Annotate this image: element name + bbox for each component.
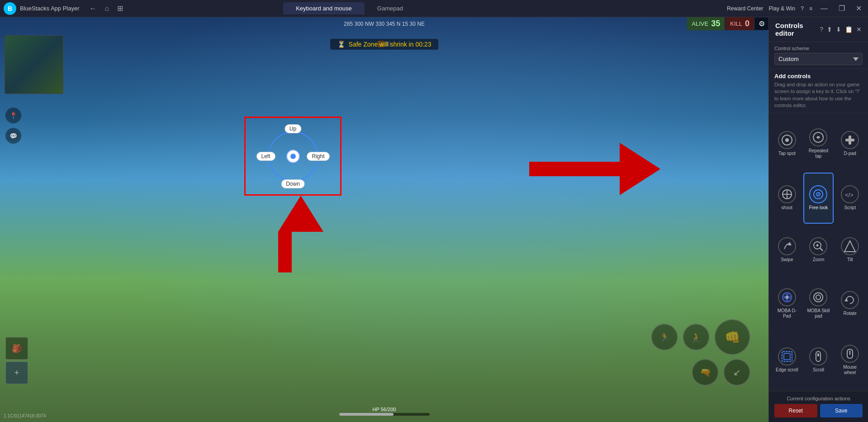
control-item-d-pad[interactable]: D-pad — [835, 116, 865, 172]
play-win-link[interactable]: Play & Win — [769, 5, 796, 12]
dpad-inner: Up Down Left Right — [246, 118, 340, 194]
help-icon[interactable]: ? — [801, 5, 804, 12]
hud-stats: ALIVE 35 KILL 0 ⚙ — [687, 17, 768, 30]
panel-title: Controls editor — [775, 22, 820, 37]
control-item-tilt[interactable]: Tilt — [835, 225, 865, 275]
control-label-swipe: Swipe — [781, 257, 793, 263]
control-icon-shoot — [778, 185, 796, 203]
panel-download-button[interactable]: ⬇ — [836, 26, 841, 33]
control-label-tilt: Tilt — [847, 257, 853, 263]
control-item-zoom[interactable]: Zoom — [803, 225, 834, 275]
svg-rect-28 — [817, 353, 819, 356]
app-container: B BlueStacks App Player ← ⌂ ⊞ Keyboard a… — [0, 0, 868, 422]
location-icon: 📍 — [5, 108, 21, 123]
skill-btn-run[interactable]: 🏃 — [651, 324, 678, 351]
control-label-script: Script — [844, 205, 856, 211]
control-item-mouse-wheel[interactable]: Mouse wheel — [835, 333, 865, 388]
arrow-right-body — [529, 162, 620, 176]
app-logo: B — [4, 2, 16, 15]
control-label-zoom: Zoom — [813, 257, 825, 263]
control-icon-script: </> — [841, 185, 859, 203]
control-item-shoot[interactable]: shoot — [772, 173, 802, 224]
nav-buttons: ← ⌂ ⊞ — [87, 3, 126, 14]
nav-grid-button[interactable]: ⊞ — [114, 3, 126, 14]
add-controls-desc: Drag and drop an action on your game scr… — [774, 81, 863, 109]
restore-button[interactable]: ❐ — [836, 3, 848, 14]
control-item-repeated-tap[interactable]: Repeated tap — [803, 116, 834, 172]
inventory-area: 🎒 + — [5, 337, 28, 386]
close-button[interactable]: ✕ — [853, 3, 864, 14]
skill-btn-aim[interactable]: 🔫 — [692, 359, 719, 386]
control-icon-mouse-wheel — [841, 345, 859, 363]
panel-copy-button[interactable]: 📋 — [845, 26, 853, 33]
control-item-rotate[interactable]: Rotate — [835, 276, 865, 332]
health-fill — [339, 413, 394, 416]
skill-buttons: 🏃 🧎 👊 🔫 ↙ — [651, 319, 750, 386]
dpad-right-label[interactable]: Right — [307, 152, 329, 161]
kill-stat: KILL 0 — [726, 17, 754, 30]
svg-point-1 — [785, 138, 789, 142]
nav-back-button[interactable]: ← — [87, 4, 100, 14]
control-item-scroll[interactable]: Scroll — [803, 333, 834, 388]
control-icon-d-pad — [841, 131, 859, 149]
reward-center-link[interactable]: Reward Center — [727, 5, 764, 12]
reset-button[interactable]: Reset — [774, 404, 817, 417]
control-item-free-look[interactable]: Free look — [803, 173, 834, 224]
minimap — [5, 35, 63, 94]
control-item-swipe[interactable]: Swipe — [772, 225, 802, 275]
minimap-inner — [5, 36, 63, 94]
dpad-left-label[interactable]: Left — [256, 152, 275, 161]
control-item-moba-d-pad[interactable]: MOBA D-Pad — [772, 276, 802, 332]
skill-btn-prone[interactable]: ↙ — [723, 359, 750, 386]
control-icon-edge-scroll — [778, 347, 796, 366]
svg-point-10 — [818, 194, 819, 195]
control-item-edge-scroll[interactable]: Edge scroll — [772, 333, 802, 388]
svg-text:</>: </> — [845, 192, 854, 198]
menu-icon[interactable]: ≡ — [809, 5, 812, 12]
panel-close-button[interactable]: ✕ — [856, 26, 862, 33]
compass: 285 300 NW 330 345 N 15 30 NE — [344, 21, 425, 27]
dpad-circle: Up Down Left Right — [268, 131, 318, 181]
control-scheme-section: Control scheme Custom — [769, 42, 868, 69]
save-button[interactable]: Save — [820, 404, 863, 417]
control-icon-moba-d-pad — [778, 288, 796, 306]
control-icon-rotate — [841, 291, 859, 309]
control-item-script[interactable]: </>Script — [835, 173, 865, 224]
control-icon-free-look — [809, 185, 827, 203]
control-icon-repeated-tap — [809, 128, 827, 146]
dpad-center — [286, 150, 300, 163]
control-item-moba-skill-pad[interactable]: MOBA Skill pad — [803, 276, 834, 332]
safe-zone-text: Safe Zone will shrink in 00:23 — [349, 41, 432, 48]
control-item-tap-spot[interactable]: Tap spot — [772, 116, 802, 172]
footer-label: Current configuration actions — [774, 396, 863, 401]
nav-home-button[interactable]: ⌂ — [102, 4, 112, 14]
skill-row-1: 🏃 🧎 👊 — [651, 319, 750, 355]
control-label-moba-d-pad: MOBA D-Pad — [774, 308, 800, 319]
svg-rect-4 — [845, 139, 854, 141]
hud-settings-button[interactable]: ⚙ — [755, 18, 768, 30]
alive-count: 35 — [711, 19, 720, 28]
inventory-slot-1[interactable]: 🎒 — [5, 337, 28, 360]
svg-point-23 — [816, 295, 821, 300]
svg-point-22 — [814, 293, 823, 302]
location-text: 1.1C/01147418.0074 — [4, 413, 46, 418]
skill-btn-shoot[interactable]: 👊 — [714, 319, 750, 355]
chat-icon: 💬 — [5, 128, 21, 144]
tab-gamepad[interactable]: Gamepad — [365, 2, 416, 14]
controls-panel: Controls editor ? ⬆ ⬇ 📋 ✕ Control scheme… — [768, 17, 868, 422]
add-controls-section: Add controls Drag and drop an action on … — [769, 69, 868, 113]
dpad-down-label[interactable]: Down — [281, 179, 305, 188]
panel-help-button[interactable]: ? — [820, 26, 823, 33]
control-icon-tap-spot — [778, 131, 796, 149]
health-text: HP 56/200 — [373, 407, 396, 412]
panel-upload-button[interactable]: ⬆ — [827, 26, 832, 33]
inventory-slot-2[interactable]: + — [5, 361, 28, 384]
skill-btn-crouch[interactable]: 🧎 — [683, 324, 710, 351]
control-scheme-select[interactable]: Custom — [774, 53, 863, 65]
dpad-up-label[interactable]: Up — [285, 124, 301, 133]
panel-header-icons: ? ⬆ ⬇ 📋 ✕ — [820, 26, 862, 33]
control-icon-zoom — [809, 237, 827, 255]
tab-keyboard[interactable]: Keyboard and mouse — [283, 2, 365, 14]
arrow-right-head — [620, 143, 660, 195]
minimize-button[interactable]: — — [818, 4, 830, 14]
